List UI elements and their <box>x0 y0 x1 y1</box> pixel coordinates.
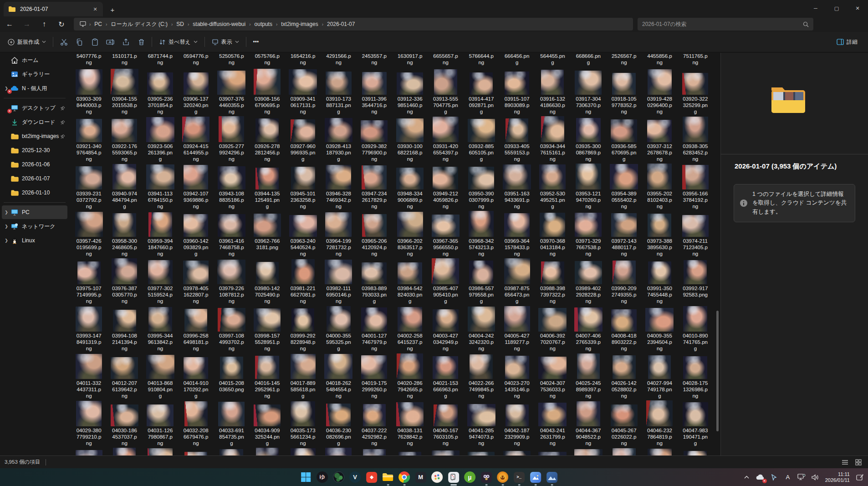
file-item-clipped[interactable] <box>392 447 428 455</box>
file-item[interactable]: 03941-1136784150.png <box>143 163 178 210</box>
file-item[interactable]: 04013-868910804.png <box>143 353 178 399</box>
file-item[interactable]: 03906-137320240.png <box>178 68 214 115</box>
file-item[interactable]: 03986-557979558.png <box>464 258 499 304</box>
file-item[interactable]: 04041-2859474073.png <box>464 400 499 446</box>
copy-button[interactable] <box>71 35 87 49</box>
file-item[interactable]: 04016-1452952961.png <box>250 353 285 399</box>
share-button[interactable] <box>118 35 133 49</box>
file-item[interactable]: 04029-3807799210.png <box>71 400 107 446</box>
file-item[interactable]: 04043-2412631799.png <box>535 400 570 446</box>
sidebar-item-linux[interactable]: ❯Linux <box>2 234 67 247</box>
file-item-clipped[interactable]: 2453557.png <box>357 53 392 67</box>
file-item[interactable]: 03928-413187930.png <box>321 116 356 162</box>
file-item[interactable]: 03982-1116950146.png <box>321 258 356 304</box>
file-item[interactable]: 03968-3425743213.png <box>464 210 499 257</box>
sidebar-item-network[interactable]: ❯ネットワーク <box>2 220 67 233</box>
file-item[interactable]: 03927-960996935.png <box>285 116 321 162</box>
file-item[interactable]: 04010-890741765.png <box>678 305 713 352</box>
file-item-clipped[interactable] <box>535 447 570 455</box>
file-item[interactable]: 03942-1079369886.png <box>178 163 214 210</box>
file-item[interactable]: 03914-417092871.png <box>464 68 499 115</box>
file-item[interactable]: 04028-1751326986.png <box>678 353 713 399</box>
file-item-clipped[interactable] <box>250 447 285 455</box>
taskbar-chrome-icon[interactable] <box>398 471 410 483</box>
breadcrumb-item-7[interactable]: 2026-01-07 <box>325 21 357 27</box>
new-tab-button[interactable]: + <box>107 5 117 15</box>
file-item[interactable]: 04007-4062765339.png <box>571 305 606 352</box>
file-item[interactable]: 04027-994749178.png <box>642 353 677 399</box>
taskbar-terminal-icon[interactable]: >_ <box>513 471 525 483</box>
file-item[interactable]: 03988-3987397322.png <box>535 258 570 304</box>
chevron-right-icon[interactable]: ❯ <box>3 210 10 215</box>
file-item[interactable]: 03958-3002468605.png <box>107 210 142 257</box>
file-item[interactable]: 03915-1078903089.png <box>499 68 535 115</box>
more-options-button[interactable]: ••• <box>249 35 263 49</box>
file-item-clipped[interactable]: 5250576.png <box>214 53 249 67</box>
back-button[interactable]: ← <box>2 18 17 31</box>
file-item[interactable]: 03926-2782812456.png <box>250 116 285 162</box>
taskbar-clock[interactable]: 11:11 2026/01/11 <box>825 471 850 483</box>
file-item[interactable]: 04033-691854735.png <box>214 400 249 446</box>
taskbar-gallery-app-icon[interactable] <box>546 471 558 483</box>
chevron-right-icon[interactable]: ❯ <box>3 224 10 229</box>
file-item[interactable]: 03946-3287469342.png <box>321 163 356 210</box>
file-item[interactable]: 03903-3098440003.png <box>71 68 107 115</box>
file-item[interactable]: 04026-1420528802.png <box>606 353 642 399</box>
sidebar-item-txt2img-images[interactable]: txt2img-images <box>2 129 67 143</box>
file-item[interactable]: 03925-2779924296.png <box>214 116 249 162</box>
sidebar-item-home[interactable]: ホーム <box>2 53 67 67</box>
file-item[interactable]: 04011-3324437311.png <box>71 353 107 399</box>
file-item-clipped[interactable] <box>428 447 463 455</box>
file-item[interactable]: 03997-1084993702.png <box>214 305 249 352</box>
file-item[interactable]: 03949-2124059826.png <box>428 163 463 210</box>
file-item[interactable]: 03904-1552015538.png <box>107 68 142 115</box>
tab-close-icon[interactable]: ✕ <box>91 5 99 13</box>
file-item[interactable]: 03991-3507455448.png <box>642 258 677 304</box>
file-item[interactable]: 04003-4270342949.png <box>428 305 463 352</box>
file-item[interactable]: 03948-3349006889.png <box>392 163 428 210</box>
file-item[interactable]: 03959-3941847660.png <box>143 210 178 257</box>
file-item[interactable]: 03952-530495251.png <box>535 163 570 210</box>
file-item-clipped[interactable] <box>214 447 249 455</box>
forward-button[interactable]: → <box>19 18 35 31</box>
file-item[interactable]: 04009-3552394504.png <box>642 305 677 352</box>
file-item-clipped[interactable]: 666456.png <box>499 53 535 67</box>
network-icon[interactable] <box>796 471 807 483</box>
file-item[interactable]: 03924-4156144955.png <box>178 116 214 162</box>
file-item[interactable]: 04046-2327864819.png <box>642 400 677 446</box>
file-item-clipped[interactable] <box>71 447 107 455</box>
delete-button[interactable] <box>133 35 149 49</box>
file-item[interactable]: 04042-1872329909.png <box>499 400 535 446</box>
file-item[interactable]: 04047-983190471.png <box>678 400 713 446</box>
file-item[interactable]: 03913-555704775.png <box>428 68 463 115</box>
file-item-clipped[interactable]: 1630917.png <box>392 53 428 67</box>
file-item[interactable]: 04022-2667499845.png <box>464 353 499 399</box>
file-item[interactable]: 03976-3870305770.png <box>107 258 142 304</box>
file-item[interactable]: 03911-3963544716.png <box>357 68 392 115</box>
file-item[interactable]: 04018-2625484554.png <box>321 353 356 399</box>
file-item[interactable]: 03969-3641578433.png <box>499 210 535 257</box>
file-item-clipped[interactable] <box>499 447 535 455</box>
file-item[interactable]: 04045-2670226022.png <box>606 400 642 446</box>
taskbar-v-app-icon[interactable]: V <box>349 471 361 483</box>
file-item[interactable]: 04012-2076139642.png <box>107 353 142 399</box>
file-item[interactable]: 03920-322325299.png <box>678 68 713 115</box>
file-item[interactable]: 03922-1765593065.png <box>107 116 142 162</box>
sidebar-item-onedrive-personal[interactable]: ❯✕N - 個人用 <box>2 82 67 95</box>
file-item-clipped[interactable] <box>464 447 499 455</box>
file-item[interactable]: 03929-3827796900.png <box>357 116 392 162</box>
file-item[interactable]: 03935-3000867869.png <box>571 116 606 162</box>
file-item[interactable]: 03964-1997281732.png <box>321 210 356 257</box>
file-item[interactable]: 03966-2028363517.png <box>392 210 428 257</box>
taskbar-red-diamond-app-icon[interactable] <box>365 471 378 483</box>
taskbar-utorrent-icon[interactable]: µ <box>464 471 476 483</box>
file-item[interactable]: 03951-1639433691.png <box>499 163 535 210</box>
file-item[interactable]: 04035-1735661234.png <box>285 400 321 446</box>
file-item[interactable]: 03961-4167468758.png <box>214 210 249 257</box>
file-item-clipped[interactable] <box>143 447 178 455</box>
tray-cursor-icon[interactable] <box>769 471 780 483</box>
file-item[interactable]: 03955-2028102403.png <box>642 163 677 210</box>
file-item-clipped[interactable] <box>642 447 677 455</box>
file-item[interactable]: 03908-1566790695.png <box>250 68 285 115</box>
file-item[interactable]: 04034-909325244.png <box>250 400 285 446</box>
